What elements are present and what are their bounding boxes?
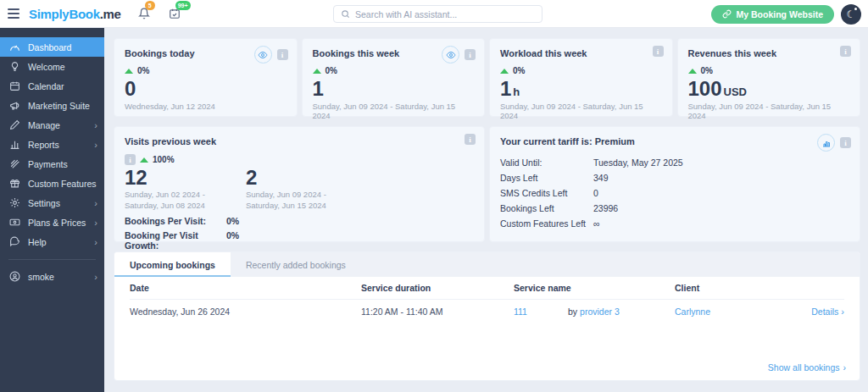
details-link[interactable]: Details› <box>811 306 844 317</box>
sidebar-item-calendar[interactable]: Calendar <box>0 76 104 96</box>
sidebar-item-manage[interactable]: Manage <box>0 115 104 135</box>
col-header-client: Client <box>675 283 789 293</box>
tariff-value: Tuesday, May 27 2025 <box>593 157 683 168</box>
my-booking-website-button[interactable]: My Booking Website <box>711 5 834 24</box>
stat-period: Sunday, Jun 09 2024 - Saturday, Jun 15 2… <box>313 102 475 120</box>
megaphone-icon <box>9 100 20 111</box>
trend-up-icon <box>313 69 321 74</box>
tariff-chart-icon[interactable] <box>817 134 835 152</box>
bookings-tabs: Upcoming bookings Recently added booking… <box>114 252 860 277</box>
tasks-calendar-icon[interactable]: 99+ <box>167 6 182 21</box>
sidebar-user-label: smoke <box>28 272 54 282</box>
chat-bubble-icon <box>9 236 20 247</box>
sidebar-item-label: Dashboard <box>28 42 71 52</box>
sidebar-item-marketing-suite[interactable]: Marketing Suite <box>0 96 104 115</box>
info-icon[interactable]: i <box>125 154 136 165</box>
main-content: Bookings today i 0% 0 Wednesday, Jun 12 … <box>104 28 868 392</box>
lightbulb-icon <box>9 61 20 72</box>
chevron-right-icon <box>94 272 97 282</box>
eye-icon[interactable] <box>254 46 272 63</box>
tariff-label: SMS Credits Left <box>500 188 593 198</box>
tariff-row: Days Left349 <box>500 173 849 183</box>
visits-previous-week-card: Visits previous week i i 100% 12 Sunday,… <box>114 126 485 242</box>
app-logo[interactable]: SimplyBook.me <box>29 7 121 21</box>
info-icon[interactable]: i <box>465 134 476 145</box>
sidebar-item-welcome[interactable]: Welcome <box>0 57 104 76</box>
trend-up-icon <box>140 157 148 163</box>
sidebar-item-custom-features[interactable]: Custom Features <box>0 174 104 193</box>
client-link[interactable]: Carlynne <box>675 306 710 317</box>
notifications-bell-icon[interactable]: 5 <box>136 6 152 21</box>
stat-value: 1 <box>500 77 511 100</box>
sidebar-item-plans-prices[interactable]: Plans & Prices <box>0 213 104 232</box>
sidebar-item-label: Custom Features <box>28 179 97 189</box>
chevron-right-icon: › <box>843 362 847 373</box>
show-all-bookings-link[interactable]: Show all bookings› <box>768 362 846 373</box>
by-text: by <box>568 306 577 317</box>
card-title: Your current tariff is: Premium <box>500 136 849 146</box>
sidebar-item-reports[interactable]: Reports <box>0 135 104 154</box>
my-booking-website-label: My Booking Website <box>737 9 823 19</box>
sidebar-item-label: Marketing Suite <box>28 101 90 111</box>
sidebar-item-label: Calendar <box>28 81 64 91</box>
dark-mode-moon-icon[interactable]: ☾ <box>841 4 861 25</box>
hamburger-icon[interactable] <box>0 8 29 19</box>
info-icon[interactable]: i <box>840 46 851 57</box>
logo-suffix: .me <box>100 7 121 21</box>
sidebar-item-payments[interactable]: Payments <box>0 154 104 174</box>
sidebar-item-dashboard[interactable]: Dashboard <box>0 37 104 57</box>
search-input[interactable] <box>355 9 535 19</box>
service-link[interactable]: 111 <box>514 306 527 317</box>
tariff-label: Bookings Left <box>500 203 593 213</box>
top-header: SimplyBook.me 5 99+ My Booking Website ☾ <box>0 0 868 28</box>
tariff-row: Custom Features Left∞ <box>500 218 849 229</box>
stat-unit: h <box>513 86 520 98</box>
trend-value: 0% <box>701 66 713 75</box>
stat-value: 100 <box>688 77 722 100</box>
trend-up-icon <box>500 69 509 74</box>
stat-card-revenues-week: Revenues this week i 0% 100USD Sunday, J… <box>677 38 861 117</box>
tariff-row: SMS Credits Left0 <box>500 188 849 198</box>
tariff-value: 349 <box>593 173 609 183</box>
tariff-label: Custom Features Left <box>500 218 593 229</box>
sidebar-item-user[interactable]: smoke <box>0 267 104 286</box>
bookings-card: Upcoming bookings Recently added booking… <box>114 251 860 381</box>
visits-previous-period: Sunday, Jun 09 2024 - <box>246 190 326 199</box>
info-icon[interactable]: i <box>277 49 288 60</box>
stat-card-bookings-week: Bookings this week i 0% 1 Sunday, Jun 09… <box>302 38 486 117</box>
sidebar-item-help[interactable]: Help <box>0 232 104 251</box>
info-icon[interactable]: i <box>840 137 851 148</box>
gear-icon <box>9 197 20 208</box>
tab-recently-added-bookings[interactable]: Recently added bookings <box>231 252 361 277</box>
link-icon <box>722 9 732 19</box>
chevron-right-icon <box>94 237 97 247</box>
current-tariff-card: Your current tariff is: Premium i Valid … <box>489 126 860 242</box>
info-icon[interactable]: i <box>653 46 664 57</box>
bar-chart-icon <box>9 139 20 150</box>
stat-period: Sunday, Jun 09 2024 - Saturday, Jun 15 2… <box>688 102 850 120</box>
sidebar-item-label: Payments <box>28 159 68 169</box>
trend-up-icon <box>125 69 133 74</box>
card-title: Revenues this week <box>688 48 850 58</box>
tab-upcoming-bookings[interactable]: Upcoming bookings <box>114 252 231 277</box>
trend-up-icon <box>688 69 697 74</box>
stat-value: 1 <box>313 77 324 100</box>
stat-period: Sunday, Jun 09 2024 - Saturday, Jun 15 2… <box>500 102 662 120</box>
gift-icon <box>9 178 20 189</box>
tariff-infinity-value: ∞ <box>593 218 600 229</box>
trend-value: 100% <box>153 155 175 164</box>
eye-icon[interactable] <box>442 46 459 63</box>
stat-value: 0 <box>125 77 136 100</box>
bookings-table: Date Service duration Service name Clien… <box>114 277 860 355</box>
money-icon <box>9 217 20 228</box>
info-icon[interactable]: i <box>465 49 476 60</box>
card-title: Workload this week <box>500 48 662 58</box>
chevron-right-icon <box>94 140 97 150</box>
user-circle-icon <box>9 271 20 282</box>
sidebar-item-settings[interactable]: Settings <box>0 193 104 213</box>
sidebar: Dashboard Welcome Calendar Marketing Sui… <box>0 28 104 392</box>
provider-link[interactable]: provider 3 <box>580 306 620 317</box>
sidebar-item-label: Settings <box>28 198 60 208</box>
booking-date: Wednesday, Jun 26 2024 <box>130 306 361 317</box>
sidebar-item-label: Help <box>28 237 47 247</box>
